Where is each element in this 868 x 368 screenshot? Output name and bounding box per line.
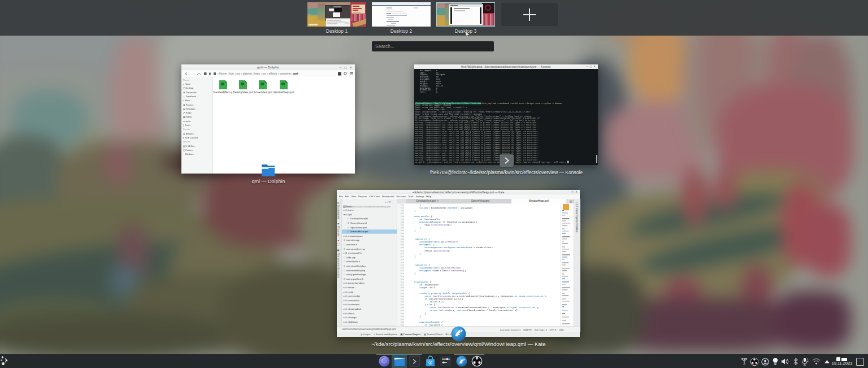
svg-text:ScreenView.qml: ScreenView.qml [254,91,272,94]
svg-text:DesktopView.qml: DesktopView.qml [233,91,253,94]
svg-text:OverviewEffect.q...: OverviewEffect.q... [213,91,234,94]
svg-text:WindowHeap.qml: WindowHeap.qml [274,91,294,94]
